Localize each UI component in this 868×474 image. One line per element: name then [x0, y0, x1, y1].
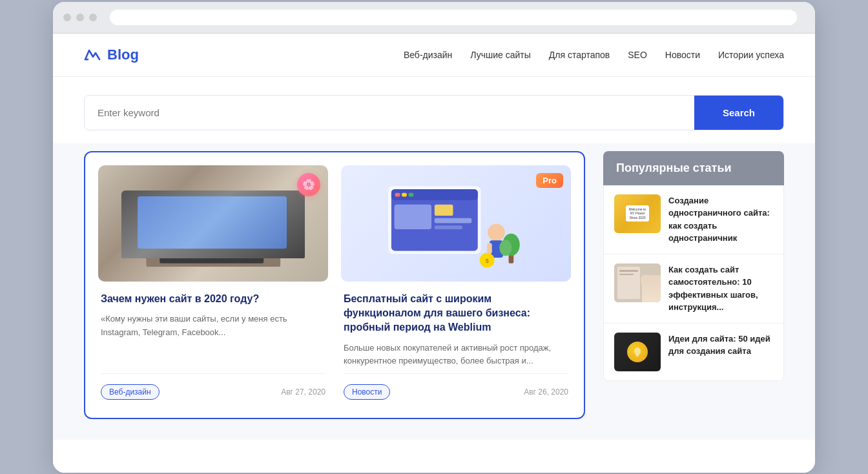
sidebar-article-text-1: Создание одностраничного сайта: как созд… [668, 194, 773, 245]
thumb-1-content: Welcome toNY FlowerShow 2020 [626, 205, 649, 222]
logo-icon [84, 48, 102, 62]
post-footer-1: Веб-дизайн Авг 27, 2020 [101, 373, 326, 400]
nav-startups[interactable]: Для стартапов [549, 50, 610, 60]
svg-rect-7 [160, 256, 264, 263]
nav-success[interactable]: Истории успеха [718, 50, 784, 60]
sidebar-thumb-1: Welcome toNY FlowerShow 2020 [614, 194, 661, 233]
svg-rect-23 [487, 243, 492, 254]
sidebar: Популярные статьи Welcome toNY FlowerSho… [603, 151, 784, 420]
thumb-3-circle [627, 342, 648, 362]
svg-rect-20 [435, 225, 462, 229]
nav-news[interactable]: Новости [665, 50, 700, 60]
svg-rect-19 [435, 218, 471, 223]
browser-addressbar [110, 10, 797, 25]
post-card-1[interactable]: 🌸 Зачем нужен сайт в 2020 году? «Кому ну… [98, 165, 328, 406]
browser-dot-1 [63, 14, 71, 21]
svg-rect-14 [402, 193, 407, 197]
thumb-2-bg [614, 263, 661, 302]
nav-bestsites[interactable]: Лучшие сайты [470, 50, 530, 60]
thumb-3-bg [614, 333, 661, 371]
svg-rect-5 [178, 220, 235, 223]
svg-rect-9 [260, 233, 273, 243]
site-header: Blog Веб-дизайн Лучшие сайты Для стартап… [53, 34, 815, 77]
post-footer-2: Новости Авг 26, 2020 [344, 373, 568, 400]
sidebar-thumb-2 [614, 263, 661, 302]
post-title-1: Зачем нужен сайт в 2020 году? [101, 292, 326, 306]
post-tag-1[interactable]: Веб-дизайн [101, 384, 160, 400]
svg-rect-13 [395, 193, 400, 197]
post-title-2: Бесплатный сайт с широким функционалом д… [344, 292, 568, 335]
search-bar: Search [84, 95, 784, 130]
svg-rect-15 [408, 193, 413, 197]
svg-rect-38 [636, 355, 639, 356]
sidebar-article-3[interactable]: Идеи для сайта: 50 идей для создания сай… [604, 324, 783, 380]
svg-rect-18 [435, 205, 453, 216]
post-badge-1: 🌸 [297, 173, 320, 196]
laptop-image [98, 165, 328, 282]
main-layout: 🌸 Зачем нужен сайт в 2020 году? «Кому ну… [53, 143, 815, 440]
illustration-svg: $ [358, 174, 554, 273]
svg-rect-32 [619, 270, 638, 272]
svg-rect-3 [174, 208, 245, 248]
svg-point-21 [488, 223, 505, 241]
svg-rect-1 [166, 200, 253, 256]
sidebar-article-2[interactable]: Как создать сайт самостоятельно: 10 эффе… [604, 254, 783, 324]
svg-point-37 [634, 347, 641, 355]
post-image-1: 🌸 [98, 165, 328, 282]
svg-point-8 [247, 237, 266, 256]
featured-area: 🌸 Зачем нужен сайт в 2020 году? «Кому ну… [84, 151, 585, 420]
browser-chrome [53, 2, 815, 34]
laptop-svg [116, 180, 311, 267]
svg-rect-6 [178, 225, 225, 229]
browser-window: Blog Веб-дизайн Лучшие сайты Для стартап… [53, 2, 815, 473]
svg-rect-33 [619, 274, 634, 275]
post-image-2: $ Pro [341, 165, 571, 282]
nav-webdesign[interactable]: Веб-дизайн [404, 50, 452, 60]
post-body-2: Бесплатный сайт с широким функционалом д… [341, 282, 571, 406]
logo-text: Blog [107, 46, 139, 63]
sidebar-article-1[interactable]: Welcome toNY FlowerShow 2020 Создание од… [604, 185, 783, 254]
post-tag-2[interactable]: Новости [344, 384, 390, 400]
post-badge-2: Pro [536, 173, 563, 188]
sidebar-articles: Welcome toNY FlowerShow 2020 Создание од… [603, 185, 784, 381]
post-body-1: Зачем нужен сайт в 2020 году? «Кому нужн… [98, 282, 328, 406]
search-button[interactable]: Search [694, 96, 783, 130]
thumb-2-svg [614, 263, 661, 302]
svg-point-34 [642, 275, 657, 291]
logo[interactable]: Blog [84, 46, 139, 63]
sidebar-article-text-2: Как создать сайт самостоятельно: 10 эффе… [668, 263, 773, 314]
post-excerpt-1: «Кому нужны эти ваши сайты, если у меня … [101, 313, 326, 368]
svg-rect-17 [394, 205, 431, 229]
svg-text:$: $ [485, 257, 489, 264]
post-card-2[interactable]: $ Pro Бесплатный сайт с широким функцион… [341, 165, 571, 406]
browser-dot-2 [76, 14, 84, 21]
svg-rect-4 [178, 212, 215, 217]
sidebar-thumb-3 [614, 333, 661, 371]
search-section: Search [53, 77, 815, 143]
post-excerpt-2: Больше новых покупателей и активный рост… [344, 342, 568, 369]
page-content: Blog Веб-дизайн Лучшие сайты Для стартап… [53, 34, 815, 473]
nav: Веб-дизайн Лучшие сайты Для стартапов SE… [404, 50, 784, 60]
post-date-1: Авг 27, 2020 [281, 387, 326, 397]
svg-rect-35 [643, 291, 657, 300]
bulb-icon [632, 346, 643, 358]
post-date-2: Авг 26, 2020 [524, 387, 568, 397]
thumb-1-bg: Welcome toNY FlowerShow 2020 [614, 194, 661, 233]
sidebar-article-text-3: Идеи для сайта: 50 идей для создания сай… [668, 333, 773, 371]
svg-rect-2 [170, 203, 250, 252]
nav-seo[interactable]: SEO [628, 50, 647, 60]
sidebar-title: Популярные статьи [603, 151, 784, 185]
svg-rect-36 [641, 276, 648, 284]
search-input[interactable] [85, 96, 694, 130]
svg-point-27 [499, 240, 512, 256]
browser-dot-3 [89, 14, 97, 21]
